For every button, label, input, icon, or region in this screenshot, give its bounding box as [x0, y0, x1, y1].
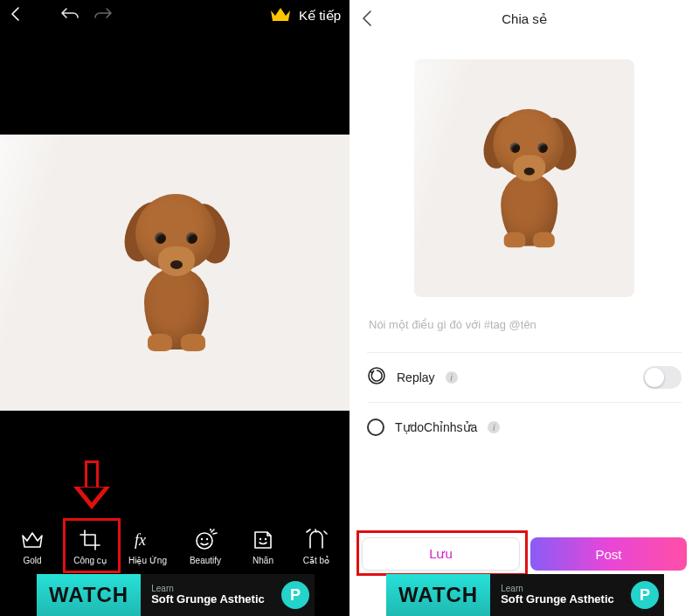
editor-toolbar: Gold Công cụ fx Hiệu Ứng	[0, 518, 350, 574]
next-button[interactable]: Kế tiếp	[299, 8, 341, 24]
row-freeedit[interactable]: TựdoChỉnhsửa i	[367, 408, 682, 446]
ad-text: Learn Soft Grunge Asthetic	[501, 584, 614, 606]
row-replay[interactable]: Replay i	[367, 358, 682, 397]
svg-point-2	[201, 537, 203, 539]
tool-label: Beautify	[190, 556, 221, 565]
sticker-icon	[252, 528, 274, 552]
share-preview[interactable]	[414, 59, 634, 297]
svg-point-4	[260, 537, 261, 539]
editor-screen: Kế tiếp Gol	[0, 0, 350, 616]
page-title: Chia sẻ	[502, 11, 547, 27]
picsart-logo-icon: P	[281, 581, 309, 609]
tool-sticker[interactable]: Nhãn	[234, 521, 292, 571]
cutout-icon	[305, 528, 328, 552]
back-icon[interactable]	[360, 9, 374, 31]
ad-text: Learn Soft Grunge Asthetic	[151, 584, 265, 606]
share-header: Chia sẻ	[350, 0, 699, 38]
tool-label: Nhãn	[253, 556, 273, 565]
crown-outline-icon	[20, 528, 45, 552]
info-icon[interactable]: i	[446, 371, 458, 384]
replay-label: Replay	[397, 370, 435, 384]
radio-icon[interactable]	[367, 419, 384, 436]
ad-watch: WATCH	[37, 574, 141, 616]
picsart-logo-icon: P	[631, 581, 659, 609]
share-screen: Chia sẻ Nói một điều gì đó với #tag @tên…	[350, 0, 699, 616]
ad-watch: WATCH	[386, 574, 490, 616]
replay-icon	[367, 366, 386, 389]
tool-cutout[interactable]: Cắt bỏ	[292, 521, 341, 571]
undo-icon[interactable]	[59, 6, 80, 25]
tool-gold[interactable]: Gold	[3, 521, 61, 571]
tool-label: Gold	[23, 556, 41, 565]
caption-input[interactable]: Nói một điều gì đó với #tag @tên	[369, 318, 680, 331]
svg-point-3	[206, 537, 208, 539]
tool-label: Hiệu Ứng	[128, 556, 167, 565]
annotation-arrow	[75, 460, 108, 511]
tool-label: Công cụ	[73, 556, 107, 565]
beautify-icon	[193, 528, 218, 552]
tool-beautify[interactable]: Beautify	[176, 521, 234, 571]
svg-point-1	[197, 533, 212, 549]
back-icon[interactable]	[9, 5, 23, 26]
photo-preview	[100, 176, 249, 369]
svg-text:fx: fx	[135, 531, 146, 549]
tool-effects[interactable]: fx Hiệu Ứng	[119, 521, 176, 571]
replay-toggle[interactable]	[643, 366, 682, 389]
svg-point-5	[265, 537, 266, 539]
canvas[interactable]	[0, 135, 350, 411]
fx-icon: fx	[135, 528, 161, 552]
post-button[interactable]: Post	[530, 537, 687, 571]
tool-label: Cắt bỏ	[303, 556, 329, 565]
freeedit-label: TựdoChỉnhsửa	[395, 420, 477, 434]
tool-tools[interactable]: Công cụ	[61, 521, 119, 571]
save-button[interactable]: Lưu	[362, 537, 520, 571]
crop-icon	[79, 528, 101, 552]
crown-icon[interactable]	[269, 4, 292, 27]
ad-banner[interactable]: WATCH Learn Soft Grunge Asthetic P	[386, 574, 664, 616]
info-icon[interactable]: i	[488, 421, 500, 433]
ad-banner[interactable]: WATCH Learn Soft Grunge Asthetic P	[37, 574, 315, 616]
editor-header: Kế tiếp	[0, 0, 350, 31]
redo-icon[interactable]	[93, 6, 114, 25]
